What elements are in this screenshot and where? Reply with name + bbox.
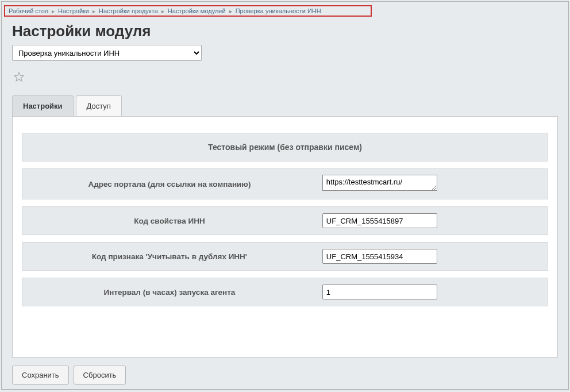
section-header-text: Тестовый режим (без отправки писем) [208, 143, 362, 152]
chevron-right-icon: ▸ [161, 8, 164, 14]
inn-code-input[interactable] [322, 213, 437, 228]
star-icon[interactable] [13, 71, 25, 83]
breadcrumb-item-desktop[interactable]: Рабочий стол [9, 7, 48, 14]
setting-row-dup-flag-code: Код признака 'Учитывать в дублях ИНН' [22, 242, 548, 271]
portal-address-input[interactable]: https://testtestmcart.ru/ [322, 175, 437, 191]
dup-flag-code-input[interactable] [322, 249, 437, 264]
tab-settings[interactable]: Настройки [12, 95, 74, 116]
breadcrumb: Рабочий стол ▸ Настройки ▸ Настройки про… [4, 5, 372, 17]
chevron-right-icon: ▸ [93, 8, 95, 14]
form-buttons: Сохранить Сбросить [2, 358, 568, 392]
tab-access[interactable]: Доступ [76, 95, 122, 116]
setting-label: Интервал (в часах) запуска агента [22, 281, 317, 303]
setting-row-agent-interval: Интервал (в часах) запуска агента [22, 278, 548, 306]
tabs: Настройки Доступ [2, 90, 568, 116]
setting-row-portal-address: Адрес портала (для ссылки на компанию) h… [22, 168, 548, 199]
page-title: Настройки модуля [2, 17, 568, 43]
setting-label: Адрес портала (для ссылки на компанию) [22, 173, 317, 195]
module-select[interactable]: Проверка уникальности ИНН [12, 45, 202, 61]
agent-interval-input[interactable] [322, 285, 437, 299]
save-button[interactable]: Сохранить [12, 366, 69, 385]
setting-label: Код признака 'Учитывать в дублях ИНН' [22, 245, 317, 268]
breadcrumb-item-inn-check[interactable]: Проверка уникальности ИНН [236, 7, 321, 14]
breadcrumb-item-product-settings[interactable]: Настройки продукта [99, 7, 158, 14]
settings-panel: Тестовый режим (без отправки писем) Адре… [12, 116, 558, 358]
setting-row-inn-code: Код свойства ИНН [22, 206, 548, 235]
setting-label: Код свойства ИНН [22, 210, 317, 232]
chevron-right-icon: ▸ [229, 8, 232, 14]
chevron-right-icon: ▸ [52, 8, 55, 14]
breadcrumb-item-module-settings[interactable]: Настройки модулей [168, 7, 226, 14]
reset-button[interactable]: Сбросить [74, 366, 126, 385]
breadcrumb-item-settings[interactable]: Настройки [58, 7, 89, 14]
settings-section-header: Тестовый режим (без отправки писем) [22, 133, 548, 162]
